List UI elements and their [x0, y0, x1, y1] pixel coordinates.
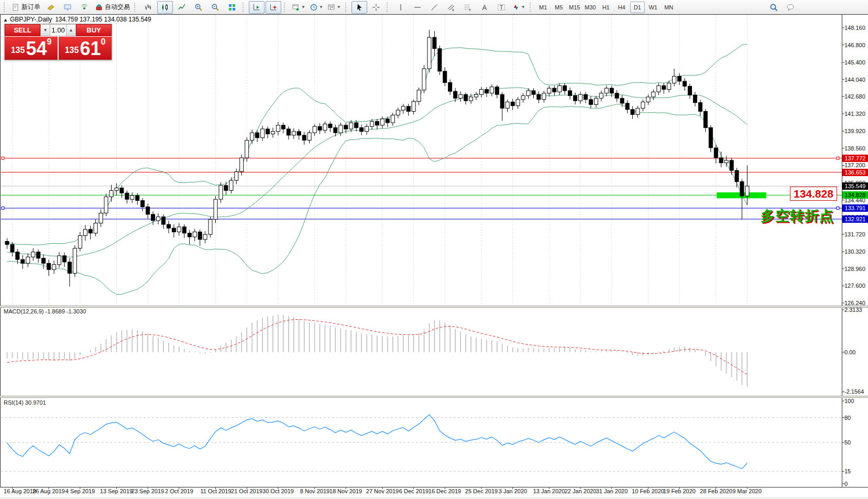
candle-body [396, 110, 400, 115]
candle-body [37, 252, 40, 258]
candle-body [73, 248, 76, 274]
candle-body [406, 106, 410, 112]
candle-body [99, 213, 103, 223]
price-marker-label: 133.791 [842, 204, 868, 212]
line-anchor-handle[interactable] [837, 207, 839, 210]
candle-body [266, 129, 270, 134]
candle-body [391, 115, 394, 123]
candle-body [5, 241, 9, 244]
buy-price-tile[interactable]: 135 61 0 [59, 37, 112, 60]
panel-collapse-arrow[interactable]: ▲ [3, 17, 8, 23]
candle-body [438, 49, 442, 71]
candle-body [667, 83, 671, 90]
candle-body [589, 100, 592, 105]
candle-body [521, 96, 525, 100]
candle-body [193, 232, 196, 237]
candle-body [261, 129, 265, 138]
candle-body [370, 122, 374, 127]
candle-body [625, 103, 629, 110]
candle-body [688, 86, 691, 95]
buy-price-sup: 0 [101, 38, 105, 46]
symbol-period-label: GBPJPY-,Daily [10, 16, 52, 23]
candle-body [459, 94, 463, 98]
chart-canvas[interactable] [0, 0, 868, 499]
sell-price-tile[interactable]: 135 54 9 [5, 37, 58, 60]
candle-body [469, 97, 473, 101]
candle-body [740, 182, 744, 196]
candle-body [380, 119, 384, 125]
candle-body [605, 88, 608, 93]
candle-body [235, 172, 238, 181]
candle-body [115, 188, 118, 191]
candle-body [360, 128, 364, 132]
mt-terminal-window: 新订单自动交易▼▼▼EFAT▼M1M5M15M30H1H4D1W1MN ▲GBP… [0, 0, 868, 499]
candle-body [68, 262, 71, 274]
candle-body [709, 128, 712, 148]
candle-body [636, 109, 640, 115]
volume-decrease-button[interactable]: ▼ [40, 24, 50, 36]
candle-body [355, 123, 358, 128]
candle-body [401, 106, 405, 110]
candle-body [673, 76, 676, 83]
volume-increase-button[interactable]: ▲ [66, 24, 76, 36]
candle-body [553, 88, 556, 92]
candle-body [245, 140, 249, 158]
candle-body [188, 233, 191, 237]
candle-body [375, 122, 379, 125]
candle-body [678, 76, 682, 81]
candle-body [704, 112, 707, 128]
macd-pane-splitter[interactable] [0, 306, 868, 308]
candle-body [16, 252, 19, 259]
candle-body [537, 94, 541, 100]
sell-price-small: 135 [11, 42, 25, 58]
candle-body [422, 69, 426, 90]
line-anchor-handle[interactable] [837, 157, 839, 159]
candle-body [735, 170, 739, 182]
candle-body [599, 93, 603, 99]
candle-body [334, 128, 337, 133]
line-anchor-handle[interactable] [2, 157, 4, 159]
candle-body [542, 93, 546, 100]
sell-button[interactable]: SELL [5, 24, 40, 36]
candle-body [714, 148, 718, 158]
candle-body [141, 201, 145, 207]
candle-body [511, 102, 514, 106]
candle-body [506, 102, 509, 109]
candle-body [203, 234, 207, 240]
candle-body [365, 126, 369, 132]
volume-input[interactable] [50, 24, 66, 36]
line-anchor-handle[interactable] [2, 207, 4, 210]
candle-body [339, 125, 343, 133]
candle-body [313, 126, 316, 133]
candle-body [594, 98, 598, 104]
candle-body [526, 91, 530, 96]
candle-body [21, 259, 25, 263]
candle-body [579, 94, 583, 101]
candle-body [620, 98, 624, 103]
buy-price-small: 135 [65, 42, 79, 58]
candle-body [568, 91, 572, 96]
candle-body [229, 180, 233, 190]
candle-body [89, 230, 92, 233]
candle-body [490, 87, 493, 93]
candle-body [177, 227, 181, 232]
candle-body [256, 133, 259, 138]
turning-point-annotation[interactable]: 多空转折点 [761, 207, 834, 225]
rsi-pane-splitter[interactable] [0, 396, 868, 398]
candle-body [652, 92, 655, 97]
bollinger-upper-band [7, 45, 748, 245]
candle-body [433, 37, 436, 49]
buy-button[interactable]: BUY [76, 24, 112, 36]
candle-body [167, 224, 171, 228]
candle-body [94, 223, 97, 233]
candle-body [574, 96, 577, 101]
candle-body [683, 81, 687, 86]
price-marker-label: 137.772 [842, 155, 868, 162]
candle-body [157, 217, 160, 221]
candle-body [10, 244, 14, 252]
candle-body [646, 97, 650, 102]
candle-body [63, 256, 67, 262]
candle-body [146, 207, 150, 214]
candle-body [78, 236, 82, 248]
price-annotation-tag[interactable]: 134.828 [790, 187, 837, 201]
